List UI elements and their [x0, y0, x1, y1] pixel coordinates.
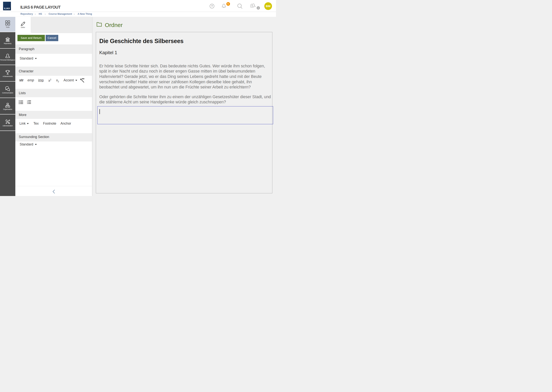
- svg-text:?: ?: [211, 5, 213, 8]
- svg-text:3: 3: [27, 103, 28, 104]
- svg-text:2: 2: [27, 101, 28, 103]
- svg-text:1: 1: [27, 100, 28, 101]
